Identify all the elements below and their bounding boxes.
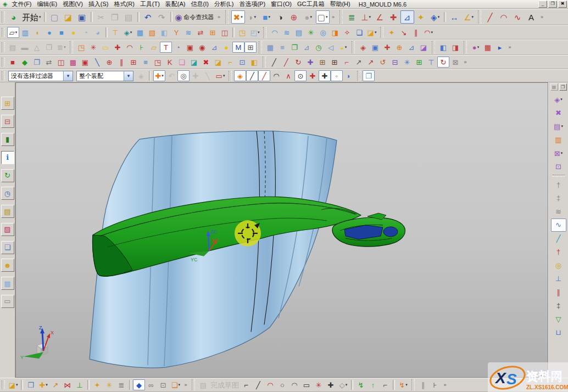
pattern-grid-b-button[interactable]: ⊞ bbox=[328, 57, 341, 68]
promote-body-button[interactable]: ⊠ bbox=[449, 57, 461, 68]
selection-scope-combo[interactable]: 整个装配 ▼ bbox=[76, 71, 133, 81]
cut-button[interactable]: ✂ bbox=[94, 10, 108, 24]
part-navigator-button[interactable]: ▮ bbox=[1, 133, 14, 146]
finish-sketch-button[interactable]: 完成草图 bbox=[209, 379, 240, 390]
quick-trim-button[interactable]: ↯ bbox=[355, 379, 367, 390]
thicken-button[interactable]: ◰▾ bbox=[249, 27, 261, 38]
id-symbol-button[interactable]: ◉ bbox=[196, 42, 208, 53]
angled-lifter-button[interactable]: ╱ bbox=[551, 232, 566, 245]
copy-button[interactable]: ❐ bbox=[108, 10, 122, 24]
sphere-button[interactable]: ● bbox=[68, 27, 80, 38]
mold-compare-button[interactable]: ◨ bbox=[449, 42, 461, 53]
mold-csys-button[interactable]: ▣ bbox=[369, 42, 381, 53]
sound-cue-button[interactable]: ◁ bbox=[325, 42, 337, 53]
point-on-face-snap-button[interactable]: ◗ bbox=[343, 70, 355, 81]
center-snap-button[interactable]: ⊙ bbox=[294, 70, 307, 81]
constraint-navigator-button[interactable]: ⊟ bbox=[1, 115, 14, 128]
project-curve-button[interactable]: ↘ bbox=[398, 27, 410, 38]
control-point-snap-button[interactable]: ◠ bbox=[270, 70, 282, 81]
move-to-layer-button[interactable]: ❐ bbox=[31, 57, 43, 68]
open-part-folder-button[interactable]: ◪ bbox=[212, 57, 224, 68]
paint-select-button[interactable]: ╲ bbox=[202, 70, 214, 81]
extrude-button[interactable]: ▥ bbox=[19, 27, 31, 38]
minimize-button[interactable]: _ bbox=[538, 1, 547, 8]
part-sequence-button[interactable]: ≣ bbox=[115, 379, 127, 390]
nx-app-button[interactable]: ◕ bbox=[7, 10, 20, 24]
studio-spline-button[interactable]: ∿ bbox=[511, 10, 525, 24]
line-width-display-button[interactable]: ≡ bbox=[276, 42, 288, 53]
menu-information[interactable]: 信息(I) bbox=[188, 0, 211, 8]
slope-analysis-button[interactable]: ⊿ bbox=[208, 42, 220, 53]
curvature-analysis-button[interactable]: ◔ bbox=[172, 42, 184, 53]
face-grid-button[interactable]: ▦ bbox=[482, 42, 494, 53]
split-body-button[interactable]: Y bbox=[170, 27, 182, 38]
n-sided-surface-button[interactable]: ◪▾ bbox=[366, 27, 378, 38]
pocket-button[interactable]: ◔ bbox=[80, 27, 92, 38]
paste-button[interactable]: ▤ bbox=[122, 10, 136, 24]
shell-button[interactable]: ◳ bbox=[236, 27, 248, 38]
radial-dimension-button[interactable]: ◠ bbox=[124, 42, 136, 53]
marquee-select-button[interactable]: ▭▾ bbox=[214, 70, 226, 81]
mold-library-button[interactable]: ◪ bbox=[417, 42, 430, 53]
true-studio-button[interactable]: ☻ bbox=[1, 259, 14, 272]
profile-tool-button[interactable]: ⌐ bbox=[240, 379, 252, 390]
ejector-pin-double-button[interactable]: ‡ bbox=[551, 192, 566, 205]
mirror-feature-button[interactable]: ◫ bbox=[219, 27, 231, 38]
selection-filter-dropdown-icon[interactable]: ▼ bbox=[63, 71, 73, 81]
move-arrow-button[interactable]: ↗ bbox=[353, 57, 365, 68]
center-target-button[interactable]: ⊕ bbox=[103, 57, 115, 68]
internet-browser-button[interactable]: ℹ bbox=[1, 151, 14, 164]
assembly-constraints-button[interactable]: ⊥ bbox=[74, 379, 86, 390]
rotate-box-button[interactable]: ↻ bbox=[437, 57, 449, 68]
horizontal-dimension-button[interactable]: ⊦ bbox=[136, 42, 148, 53]
arc-tool-button[interactable]: ◠ bbox=[497, 10, 511, 24]
revolve-button[interactable]: ◖ bbox=[31, 27, 43, 38]
view-background-button[interactable]: ▢▾ bbox=[316, 10, 330, 24]
pin-pair-button[interactable]: ∥ bbox=[551, 285, 566, 299]
mold-measure-button[interactable]: ⊠▾ bbox=[551, 147, 566, 160]
cell-grid-button[interactable]: ⊞ bbox=[127, 57, 140, 68]
doc-restore-button[interactable]: ❐ bbox=[559, 83, 567, 91]
menu-preferences[interactable]: 首选项(P) bbox=[236, 0, 268, 8]
toolbar-grip[interactable] bbox=[2, 71, 5, 80]
add-to-selection-button[interactable]: ✚ bbox=[190, 70, 202, 81]
study-flag-button[interactable]: ▸ bbox=[494, 42, 506, 53]
snap-point-button[interactable]: ◈ bbox=[234, 70, 246, 81]
redo-button[interactable]: ↷ bbox=[155, 10, 169, 24]
toolbar-grip[interactable] bbox=[2, 380, 5, 390]
weld-symbol-button[interactable]: ● bbox=[220, 42, 232, 53]
mold-bom-button[interactable]: ▤▾ bbox=[551, 120, 566, 133]
close-button[interactable]: ✖ bbox=[558, 1, 567, 8]
orient-view-button[interactable]: ⊕ bbox=[287, 10, 301, 24]
lock-position-button[interactable]: ⊟ bbox=[389, 57, 401, 68]
restore-button[interactable]: ❐ bbox=[548, 1, 557, 8]
base-view-button[interactable]: ▬ bbox=[19, 42, 31, 53]
grid-display-button[interactable]: ▦ bbox=[264, 42, 276, 53]
toolbar-grip[interactable] bbox=[2, 28, 5, 37]
layer-category-button[interactable]: ◫ bbox=[55, 57, 67, 68]
wave-geometry-linker-button[interactable]: ✦ bbox=[91, 379, 103, 390]
wcs-dynamics-button[interactable]: ∠ bbox=[373, 10, 387, 24]
wait-hourglass-button[interactable]: ◒▾ bbox=[337, 42, 349, 53]
point-line-button[interactable]: ╱ bbox=[280, 57, 292, 68]
section-view-button[interactable]: ❐ bbox=[43, 42, 55, 53]
bridge-curve-button[interactable]: ✦ bbox=[386, 27, 398, 38]
sketch-arc-button[interactable]: ◠ bbox=[264, 379, 276, 390]
slide-unit-button[interactable]: ≋ bbox=[551, 205, 566, 219]
datum-plane-button[interactable]: ⊤ bbox=[109, 27, 121, 38]
doc-minimized-button[interactable]: ▦ bbox=[550, 83, 558, 91]
layer-visible-button[interactable]: ❐ bbox=[288, 42, 300, 53]
end-point-snap-button[interactable]: ╱ bbox=[246, 70, 258, 81]
menu-assemblies[interactable]: 装配(A) bbox=[163, 0, 188, 8]
sketch-rectangle-button[interactable]: ▭ bbox=[300, 379, 313, 390]
open-file-button[interactable]: ◪ bbox=[62, 10, 75, 24]
yellow-parts-button[interactable]: ◧ bbox=[248, 57, 260, 68]
unite-button[interactable]: ▦ bbox=[134, 27, 146, 38]
selection-filter-combo[interactable]: 没有选择过滤器 ▼ bbox=[8, 71, 73, 81]
plane-tool-button[interactable]: ◪ bbox=[188, 57, 200, 68]
export-box-button[interactable]: ◳ bbox=[152, 57, 164, 68]
menu-view[interactable]: 视图(V) bbox=[60, 0, 86, 8]
ejector-sleeve-button[interactable]: ‡ bbox=[551, 299, 566, 313]
drafting-layout-button[interactable]: ▤ bbox=[7, 42, 19, 53]
mold-slope-button[interactable]: ⊿ bbox=[405, 42, 417, 53]
